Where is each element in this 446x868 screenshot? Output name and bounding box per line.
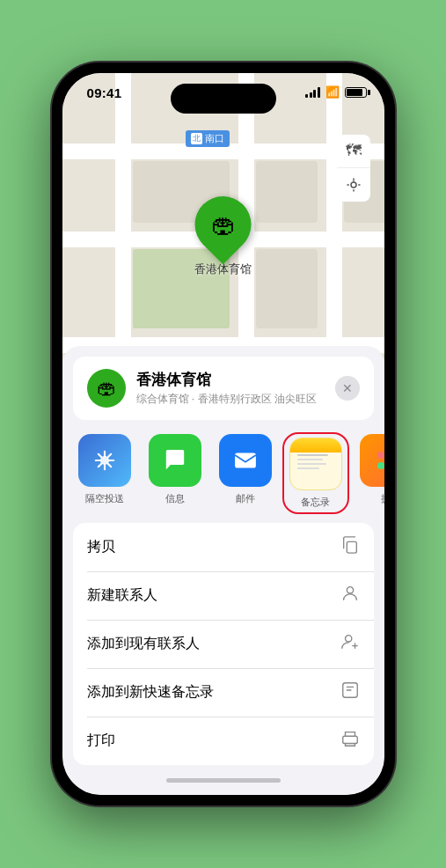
dots-row-2 <box>377 462 384 469</box>
airdrop-label: 隔空投送 <box>85 492 124 505</box>
location-address: 综合体育馆 · 香港特别行政区 油尖旺区 <box>136 392 325 407</box>
share-item-notes[interactable]: 备忘录 <box>284 434 347 512</box>
home-indicator <box>62 765 384 795</box>
share-item-message[interactable]: 信息 <box>143 434 207 512</box>
copy-label: 拷贝 <box>87 538 340 556</box>
map-block-4 <box>256 249 318 328</box>
notes-icon <box>289 438 342 490</box>
map-label-text: 南口 <box>205 132 224 145</box>
notes-header <box>290 438 341 452</box>
location-card: 🏟 香港体育馆 综合体育馆 · 香港特别行政区 油尖旺区 ✕ <box>73 357 374 420</box>
battery-icon <box>345 87 367 98</box>
location-pin: 🏟 香港体育馆 <box>194 196 252 277</box>
message-label: 信息 <box>165 492 185 505</box>
signal-bars <box>305 87 320 98</box>
location-button[interactable] <box>337 168 370 202</box>
bottom-sheet: 🏟 香港体育馆 综合体育馆 · 香港特别行政区 油尖旺区 ✕ <box>62 346 384 795</box>
notes-label: 备忘录 <box>301 496 330 509</box>
status-right: 📶 <box>305 85 367 99</box>
signal-bar-4 <box>318 87 320 98</box>
svg-rect-2 <box>235 453 256 468</box>
dot-red <box>377 452 384 459</box>
airdrop-icon <box>78 434 131 487</box>
add-note-icon <box>340 680 360 704</box>
share-item-airdrop[interactable]: 隔空投送 <box>73 434 136 512</box>
message-icon <box>149 434 201 487</box>
share-item-more[interactable]: 提 <box>355 434 384 512</box>
action-copy[interactable]: 拷贝 <box>73 523 374 571</box>
map-type-button[interactable]: 🗺 <box>337 135 370 168</box>
action-print[interactable]: 打印 <box>73 717 374 765</box>
new-contact-label: 新建联系人 <box>87 586 340 605</box>
location-card-icon: 🏟 <box>87 369 126 408</box>
notes-lines <box>297 454 334 469</box>
signal-bar-1 <box>305 94 308 98</box>
home-bar <box>166 778 281 783</box>
dot-green <box>377 462 384 469</box>
svg-point-0 <box>351 182 356 188</box>
action-new-contact[interactable]: 新建联系人 <box>73 571 374 620</box>
action-list: 拷贝 新建联系人 <box>73 523 374 765</box>
phone-frame: 09:41 📶 <box>52 63 395 805</box>
notes-line-1 <box>297 454 329 456</box>
svg-point-5 <box>345 636 351 642</box>
add-existing-label: 添加到现有联系人 <box>87 635 340 653</box>
location-info: 香港体育馆 综合体育馆 · 香港特别行政区 油尖旺区 <box>136 370 325 407</box>
status-time: 09:41 <box>87 85 122 100</box>
map-block-2 <box>256 161 318 223</box>
map-controls: 🗺 <box>337 135 370 202</box>
mail-icon <box>219 434 272 487</box>
pin-icon: 🏟 <box>211 210 236 239</box>
phone-screen: 09:41 📶 <box>62 73 384 795</box>
dynamic-island <box>171 84 276 114</box>
svg-rect-3 <box>347 541 356 553</box>
add-existing-icon <box>340 632 360 656</box>
signal-bar-3 <box>313 90 316 98</box>
notes-line-3 <box>297 463 327 465</box>
share-item-mail[interactable]: 邮件 <box>214 434 277 512</box>
copy-icon <box>340 535 360 559</box>
wifi-icon: 📶 <box>325 85 340 99</box>
more-share-icon <box>360 434 384 487</box>
new-contact-icon <box>340 584 360 607</box>
map-label-north: 北 南口 <box>186 130 230 147</box>
action-add-existing[interactable]: 添加到现有联系人 <box>73 620 374 668</box>
action-add-note[interactable]: 添加到新快速备忘录 <box>73 668 374 717</box>
more-label: 提 <box>381 492 384 505</box>
dots-row-1 <box>377 452 384 459</box>
battery-fill <box>347 89 363 96</box>
print-icon <box>340 729 360 753</box>
location-name: 香港体育馆 <box>136 370 325 390</box>
mail-label: 邮件 <box>236 492 255 505</box>
notes-line-4 <box>297 467 319 469</box>
signal-bar-2 <box>310 92 312 98</box>
share-row: 隔空投送 信息 <box>62 420 384 523</box>
svg-rect-7 <box>342 736 357 743</box>
more-dots <box>377 452 384 469</box>
close-button[interactable]: ✕ <box>335 376 360 401</box>
pin-circle: 🏟 <box>183 185 263 265</box>
notes-line-2 <box>297 459 323 460</box>
add-note-label: 添加到新快速备忘录 <box>87 683 340 702</box>
svg-point-4 <box>347 587 353 593</box>
map-label-icon: 北 <box>191 133 202 144</box>
print-label: 打印 <box>87 732 340 750</box>
